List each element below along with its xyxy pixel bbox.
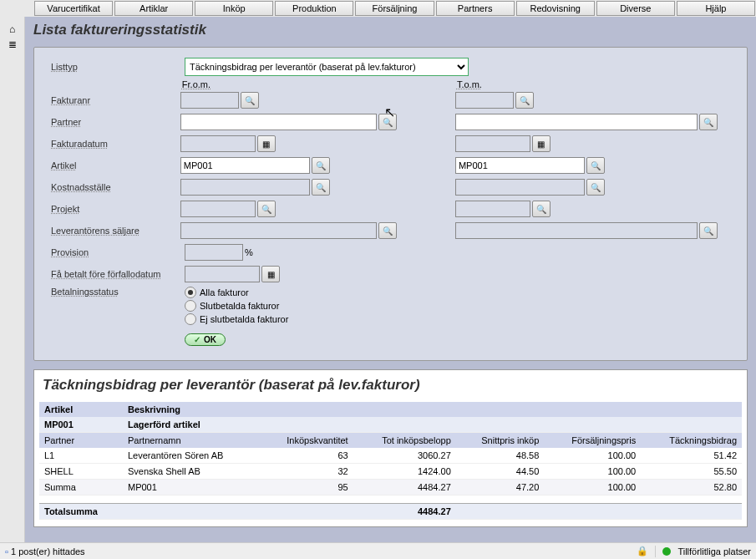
fakturanr-from-input[interactable] — [180, 92, 239, 109]
lev-saljare-from-input[interactable] — [180, 222, 377, 239]
nav-forsaljning[interactable]: Försäljning — [355, 1, 434, 16]
th-partner: Partner — [39, 433, 123, 449]
th-partnernamn: Partnernamn — [123, 433, 261, 449]
page-title: Lista faktureringsstatistik — [33, 22, 748, 38]
status-green-icon — [662, 547, 671, 556]
list-icon[interactable]: ≣ — [0, 38, 24, 50]
search-icon[interactable]: 🔍 — [586, 179, 605, 196]
fakturanr-to-input[interactable] — [455, 92, 514, 109]
th-artikel: Artikel — [39, 402, 123, 417]
nav-hjalp[interactable]: Hjälp — [677, 1, 755, 16]
kostnadsstalle-from-input[interactable] — [180, 179, 310, 196]
col-from-label: Fr.o.m. — [180, 79, 455, 89]
results-panel: Täckningsbidrag per leverantör (baserat … — [33, 369, 748, 527]
radio-icon — [185, 287, 196, 298]
th-tackningsbidrag: Täckningsbidrag — [641, 433, 742, 449]
nav-varucertifikat[interactable]: Varucertifikat — [34, 1, 113, 16]
fa-betalt-input[interactable] — [185, 266, 260, 282]
article-code: MP001 — [39, 417, 123, 433]
status-right-text: Tillförlitliga platser — [677, 546, 751, 556]
nav-produktion[interactable]: Produktion — [275, 1, 353, 16]
search-icon[interactable]: 🔍 — [699, 222, 718, 239]
label-betalningsstatus: Betalningsstatus — [51, 287, 185, 297]
radio-ej-slutbetalda[interactable]: Ej slutbetalda fakturor — [185, 313, 288, 325]
calendar-icon[interactable]: ▦ — [257, 135, 276, 152]
search-icon[interactable]: 🔍 — [378, 114, 397, 130]
label-partner: Partner — [51, 117, 180, 127]
search-icon[interactable]: 🔍 — [586, 157, 605, 174]
page-icon: ▫ — [5, 546, 8, 556]
totalsumma-row: Totalsumma 4484.27 — [39, 504, 742, 520]
projekt-to-input[interactable] — [455, 201, 530, 217]
label-kostnadsstalle: Kostnadsställe — [51, 182, 180, 192]
label-artikel: Artikel — [51, 160, 180, 170]
partner-from-input[interactable] — [180, 114, 377, 130]
search-icon[interactable]: 🔍 — [312, 157, 330, 174]
search-icon[interactable]: 🔍 — [378, 222, 397, 239]
status-left: ▫ 1 post(er) hittades — [5, 546, 85, 556]
top-nav: Varucertifikat Artiklar Inköp Produktion… — [0, 0, 756, 18]
label-fakturadatum: Fakturadatum — [51, 139, 180, 149]
statusbar: ▫ 1 post(er) hittades 🔒 Tillförlitliga p… — [0, 542, 756, 559]
th-inkopskvantitet: Inköpskvantitet — [261, 433, 353, 449]
label-listtyp: Listtyp — [51, 62, 185, 72]
nav-artiklar[interactable]: Artiklar — [114, 1, 193, 16]
filter-form: Listtyp Täckningsbidrag per leverantör (… — [33, 47, 748, 361]
listtyp-select[interactable]: Täckningsbidrag per leverantör (baserat … — [185, 58, 469, 76]
label-fakturanr: Fakturanr — [51, 95, 180, 105]
th-snittpris: Snittpris inköp — [456, 433, 545, 449]
search-icon[interactable]: 🔍 — [241, 92, 259, 109]
fakturadatum-to-input[interactable] — [455, 135, 530, 152]
search-icon[interactable]: 🔍 — [312, 179, 330, 196]
results-title: Täckningsbidrag per leverantör (baserat … — [39, 377, 742, 394]
article-desc: Lagerförd artikel — [123, 417, 742, 433]
th-tot-inkopsbelopp: Tot inköpsbelopp — [353, 433, 456, 449]
partner-to-input[interactable] — [455, 114, 698, 130]
table-row: SHELL Svenska Shell AB 32 1424.00 44.50 … — [39, 464, 742, 480]
main-content: Lista faktureringsstatistik Listtyp Täck… — [25, 17, 756, 542]
col-to-label: T.o.m. — [455, 79, 730, 89]
lock-icon: 🔒 — [637, 546, 648, 556]
nav-redovisning[interactable]: Redovisning — [516, 1, 595, 16]
sidebar: ⌂ ≣ — [0, 17, 25, 543]
radio-icon — [185, 300, 196, 312]
label-fa-betalt: Få betalt före förfallodatum — [51, 269, 185, 279]
results-table: Artikel Beskrivning MP001 Lagerförd arti… — [39, 402, 742, 520]
home-icon[interactable]: ⌂ — [0, 23, 24, 35]
nav-diverse[interactable]: Diverse — [596, 1, 675, 16]
search-icon[interactable]: 🔍 — [532, 201, 551, 217]
betalningsstatus-radio-group: Alla fakturor Slutbetalda fakturor Ej sl… — [185, 287, 288, 325]
label-lev-saljare: Leverantörens säljare — [51, 226, 180, 236]
provision-input[interactable] — [185, 244, 243, 261]
artikel-from-input[interactable] — [180, 157, 310, 174]
lev-saljare-to-input[interactable] — [455, 222, 698, 239]
th-forsaljningspris: Försäljningspris — [544, 433, 641, 449]
search-icon[interactable]: 🔍 — [257, 201, 276, 217]
th-beskrivning: Beskrivning — [123, 402, 742, 417]
table-row: L1 Leverantören Sören AB 63 3060.27 48.5… — [39, 448, 742, 464]
artikel-to-input[interactable] — [455, 157, 585, 174]
label-provision: Provision — [51, 247, 185, 257]
provision-unit: % — [245, 247, 253, 257]
summa-row: Summa MP001 95 4484.27 47.20 100.00 52.8… — [39, 480, 742, 495]
nav-inkop[interactable]: Inköp — [195, 1, 273, 16]
fakturadatum-from-input[interactable] — [180, 135, 256, 152]
search-icon[interactable]: 🔍 — [515, 92, 534, 109]
calendar-icon[interactable]: ▦ — [532, 135, 551, 152]
kostnadsstalle-to-input[interactable] — [455, 179, 585, 196]
radio-slutbetalda[interactable]: Slutbetalda fakturor — [185, 300, 288, 312]
radio-icon — [185, 313, 196, 325]
ok-button[interactable]: OK — [185, 333, 226, 346]
calendar-icon[interactable]: ▦ — [261, 266, 280, 282]
projekt-from-input[interactable] — [180, 201, 256, 217]
search-icon[interactable]: 🔍 — [699, 114, 718, 130]
radio-alla[interactable]: Alla fakturor — [185, 287, 288, 298]
nav-partners[interactable]: Partners — [436, 1, 515, 16]
label-projekt: Projekt — [51, 204, 180, 214]
